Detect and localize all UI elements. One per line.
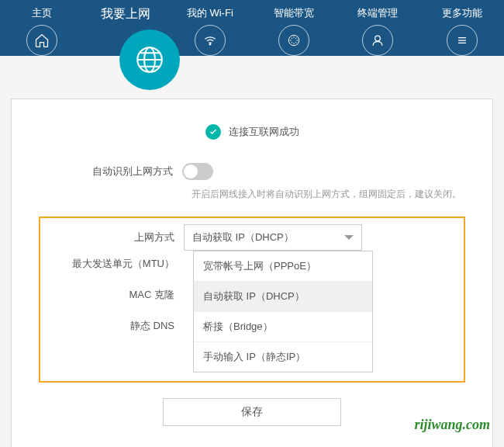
auto-detect-toggle[interactable] <box>182 163 213 180</box>
main-panel: 连接互联网成功 自动识别上网方式 开启后网线接入时将自动识别上网方式，组网固定后… <box>11 99 493 447</box>
status-text: 连接互联网成功 <box>229 125 299 139</box>
nav-label: 智能带宽 <box>274 6 314 20</box>
save-button[interactable]: 保存 <box>163 398 341 426</box>
nav-bandwidth[interactable]: 智能带宽 <box>252 6 336 56</box>
chevron-down-icon <box>344 235 354 240</box>
status-row: 连接互联网成功 <box>39 115 465 163</box>
nav-label: 终端管理 <box>357 6 398 20</box>
nav-wifi[interactable]: 我的 Wi-Fi <box>168 6 252 56</box>
nav-label: 更多功能 <box>442 6 482 20</box>
svg-point-4 <box>375 36 381 41</box>
nav-label: 主页 <box>32 6 52 20</box>
mtu-label: 最大发送单元（MTU） <box>40 257 184 271</box>
nav-internet[interactable]: 我要上网 <box>84 6 167 23</box>
highlight-box: 上网方式 自动获取 IP（DHCP） 最大发送单元（MTU） MAC 克隆 静态… <box>39 217 465 383</box>
watermark: rijiwang.com <box>414 417 490 433</box>
nav-label: 我要上网 <box>101 6 150 23</box>
toggle-knob <box>184 165 198 178</box>
check-icon <box>205 124 221 140</box>
connection-type-select[interactable]: 自动获取 IP（DHCP） <box>184 224 362 251</box>
auto-detect-hint: 开启后网线接入时将自动识别上网方式，组网固定后，建议关闭。 <box>192 188 465 201</box>
labels-column: 最大发送单元（MTU） MAC 克隆 静态 DNS <box>40 257 184 350</box>
wifi-icon <box>195 25 226 56</box>
bandwidth-icon <box>278 25 309 56</box>
select-value: 自动获取 IP（DHCP） <box>192 230 294 244</box>
connection-type-label: 上网方式 <box>40 230 184 244</box>
svg-point-2 <box>209 43 211 45</box>
dropdown-option-static[interactable]: 手动输入 IP（静态IP） <box>194 342 372 372</box>
nav-more[interactable]: 更多功能 <box>420 6 504 56</box>
nav-devices[interactable]: 终端管理 <box>336 6 419 56</box>
home-icon <box>26 25 57 56</box>
static-dns-label: 静态 DNS <box>40 319 184 333</box>
dropdown-option-pppoe[interactable]: 宽带帐号上网（PPPoE） <box>194 251 372 282</box>
globe-icon <box>119 29 180 90</box>
connection-type-dropdown: 宽带帐号上网（PPPoE） 自动获取 IP（DHCP） 桥接（Bridge） 手… <box>193 251 373 372</box>
nav-label: 我的 Wi-Fi <box>187 6 233 20</box>
mac-clone-label: MAC 克隆 <box>40 288 184 302</box>
menu-icon <box>447 25 478 56</box>
top-nav: 主页 我要上网 我的 Wi-Fi 智能带宽 终端管理 更多功能 <box>0 0 504 56</box>
dropdown-option-bridge[interactable]: 桥接（Bridge） <box>194 312 372 342</box>
user-icon <box>362 25 393 56</box>
dropdown-option-dhcp[interactable]: 自动获取 IP（DHCP） <box>194 282 372 312</box>
auto-detect-row: 自动识别上网方式 <box>39 163 465 180</box>
nav-home[interactable]: 主页 <box>0 6 84 56</box>
auto-detect-label: 自动识别上网方式 <box>39 165 182 178</box>
